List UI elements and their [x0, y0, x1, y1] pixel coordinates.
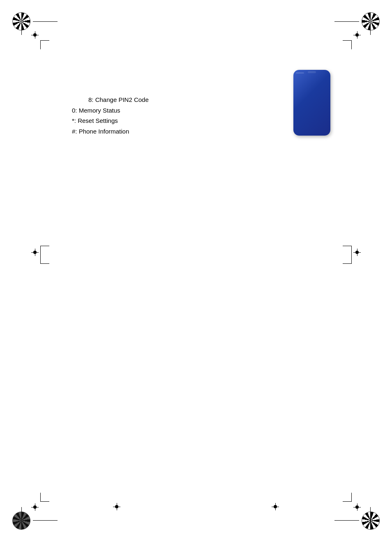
reg-line-v-tl [21, 12, 22, 35]
menu-content: 8: Change PIN2 Code 0: Memory Status *: … [72, 95, 244, 136]
corner-mark-mr-bot [343, 255, 352, 264]
corner-mark-bl [40, 493, 49, 502]
reg-line-h-bl [33, 520, 58, 521]
crosshair-dot-bl [33, 505, 37, 509]
reg-line-v-bl [21, 507, 22, 530]
corner-mark-br [343, 493, 352, 502]
crosshair-dot-br [355, 505, 359, 509]
crosshair-dot-br-center [274, 505, 277, 508]
crosshair-dot-ml [33, 251, 37, 254]
reg-line-v-tr [370, 12, 371, 35]
reg-circle-br [362, 512, 380, 530]
reg-line-v-br [370, 507, 371, 530]
reg-circle-tr [362, 12, 380, 30]
corner-mark-tl [40, 40, 49, 49]
menu-item-2: 0: Memory Status [72, 105, 244, 116]
crosshair-dot-tl [33, 33, 37, 37]
reg-line-h-tl [33, 21, 58, 22]
phone-body [293, 70, 330, 136]
corner-mark-tr [343, 40, 352, 49]
menu-item-1: 8: Change PIN2 Code [72, 95, 244, 105]
reg-line-h-tr [334, 21, 359, 22]
crosshair-dot-tr [355, 33, 359, 37]
reg-line-h-br [334, 520, 359, 521]
menu-item-3: *: Reset Settings [72, 115, 244, 126]
crosshair-dot-mr [355, 251, 359, 254]
corner-mark-mr-top [343, 246, 352, 255]
corner-mark-ml-bot [40, 255, 49, 264]
menu-item-4: #: Phone Information [72, 126, 244, 137]
crosshair-dot-bl-center [115, 505, 118, 508]
corner-mark-ml-top [40, 246, 49, 255]
phone-illustration [293, 70, 334, 140]
